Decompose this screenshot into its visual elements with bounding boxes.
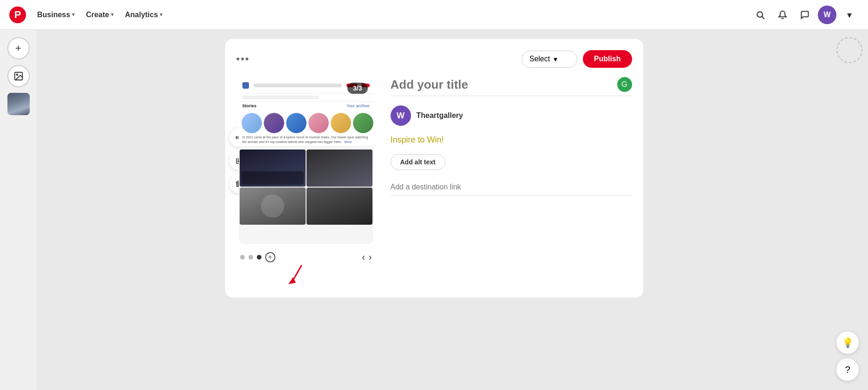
board-selector[interactable]: W Theartgallery (391, 105, 632, 126)
select-dropdown[interactable]: Select ▾ (522, 51, 577, 68)
slide-nav-arrows: ‹ › (362, 252, 372, 262)
card-body: ✏ ⊞ 🗑 3/3 (236, 77, 632, 286)
grid-image-3 (240, 188, 306, 225)
create-label: Create (86, 11, 109, 19)
lightbulb-button[interactable]: 💡 (836, 332, 859, 354)
grid-image-4 (307, 188, 372, 225)
editor-column: G W Theartgallery Inspire to Win! Add al… (391, 77, 632, 286)
grid-image-1 (240, 150, 306, 187)
story-3[interactable] (286, 113, 307, 133)
help-buttons: 💡 ? (836, 332, 859, 381)
image-upload-button[interactable] (7, 65, 30, 87)
card-header: ••• Select ▾ Publish (236, 50, 632, 68)
account-chevron-icon: ▾ (847, 9, 852, 20)
pin-mockup: 3/3 (239, 77, 373, 244)
alt-text-button[interactable]: Add alt text (391, 154, 445, 170)
prev-slide-button[interactable]: ‹ (362, 252, 365, 262)
slides-dots: + (240, 252, 275, 262)
story-6[interactable] (353, 113, 373, 133)
svg-line-1 (762, 16, 764, 19)
create-chevron-icon: ▾ (111, 12, 114, 18)
editor-card: ••• Select ▾ Publish ✏ (225, 39, 643, 298)
next-slide-button[interactable]: › (369, 252, 372, 262)
user-avatar[interactable]: W (818, 6, 836, 24)
story-5[interactable] (331, 113, 351, 133)
dot-pagination: + ‹ › (236, 252, 376, 262)
story-4[interactable] (308, 113, 329, 133)
slide-badge: 3/3 (347, 83, 367, 94)
destination-link-input[interactable] (391, 179, 632, 195)
pinterest-logo[interactable]: P (9, 6, 26, 23)
top-navigation: P Business ▾ Create ▾ Analytics ▾ (0, 0, 868, 30)
mockup-image-grid (239, 149, 373, 226)
dashed-circle-placeholder (836, 37, 862, 63)
slide-dot-2[interactable] (248, 255, 253, 260)
svg-point-3 (16, 74, 18, 75)
stories-row (239, 110, 373, 133)
slide-dot-1[interactable] (240, 255, 245, 260)
messages-button[interactable] (796, 6, 814, 24)
analytics-menu[interactable]: Analytics ▾ (119, 7, 168, 23)
title-input-row: G (391, 77, 632, 96)
story-2[interactable] (264, 113, 284, 133)
arrow-indicator-container (287, 263, 325, 286)
add-slide-dot-button[interactable]: + (265, 252, 275, 262)
business-label: Business (37, 11, 70, 19)
tagline-text: Inspire to Win! (391, 135, 632, 145)
center-area: ••• Select ▾ Publish ✏ (37, 30, 831, 390)
story-1[interactable] (241, 113, 262, 133)
question-icon: ? (845, 364, 850, 375)
header-actions: Select ▾ Publish (522, 50, 632, 68)
add-slide-button[interactable]: + (7, 37, 30, 59)
notifications-button[interactable] (773, 6, 792, 24)
select-chevron-icon: ▾ (554, 55, 557, 64)
more-options-button[interactable]: ••• (236, 53, 250, 65)
search-button[interactable] (751, 6, 770, 24)
publish-button[interactable]: Publish (583, 50, 632, 68)
lightbulb-icon: 💡 (842, 337, 854, 348)
board-avatar: W (391, 105, 411, 126)
grammar-check-icon[interactable]: G (617, 77, 632, 92)
main-layout: + ••• Select ▾ Publish (0, 30, 868, 390)
left-sidebar: + (0, 30, 37, 390)
business-menu[interactable]: Business ▾ (32, 7, 80, 23)
business-chevron-icon: ▾ (72, 12, 75, 18)
red-arrow-indicator (287, 263, 325, 286)
board-name: Theartgallery (417, 111, 463, 120)
nav-right-actions: W ▾ (751, 6, 859, 24)
analytics-label: Analytics (125, 11, 158, 19)
pin-preview-column: ✏ ⊞ 🗑 3/3 (236, 77, 376, 286)
select-label: Select (529, 55, 550, 63)
help-button[interactable]: ? (836, 358, 859, 381)
thumbnail-item[interactable] (7, 93, 30, 115)
account-chevron-button[interactable]: ▾ (840, 6, 859, 24)
analytics-chevron-icon: ▾ (160, 12, 163, 18)
title-input[interactable] (391, 78, 617, 92)
pin-preview-wrapper: ✏ ⊞ 🗑 3/3 (239, 77, 373, 244)
grid-image-2 (307, 150, 372, 187)
slide-dot-3[interactable] (257, 255, 261, 260)
create-menu[interactable]: Create ▾ (80, 7, 119, 23)
